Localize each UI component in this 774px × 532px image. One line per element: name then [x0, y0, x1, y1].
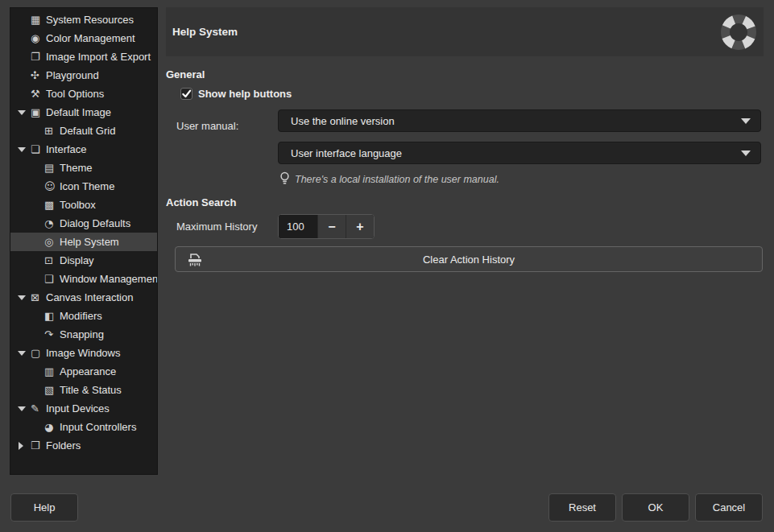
checkbox-checked-icon[interactable]	[180, 88, 192, 100]
sidebar-item-snapping[interactable]: ↷Snapping	[10, 325, 157, 344]
sidebar-item-label: Toolbox	[60, 199, 96, 211]
sidebar-item-image-windows[interactable]: ▢Image Windows	[10, 344, 157, 362]
sidebar-item-color-management[interactable]: ◉Color Management	[10, 29, 157, 47]
sidebar-item-display[interactable]: ⊡Display	[10, 251, 157, 270]
life-ring-icon	[718, 11, 760, 53]
sidebar-item-label: Canvas Interaction	[46, 291, 133, 303]
sidebar-item-label: System Resources	[46, 14, 134, 26]
default-image-icon: ▣	[31, 107, 46, 118]
manual-language-dropdown[interactable]: User interface language	[278, 142, 761, 164]
sidebar-item-help-system[interactable]: ◎Help System	[10, 233, 157, 251]
sidebar-item-label: Display	[60, 254, 94, 266]
plus-icon[interactable]: +	[346, 215, 374, 238]
sidebar-item-label: Playground	[46, 69, 99, 81]
input-controllers-icon: ◕	[44, 422, 60, 432]
page-header: Help System	[166, 7, 764, 56]
reset-button[interactable]: Reset	[548, 493, 616, 522]
sidebar-item-default-grid[interactable]: ⊞Default Grid	[10, 122, 157, 140]
sidebar-item-label: Folders	[46, 439, 81, 452]
sidebar-item-label: Image Import & Export	[46, 51, 151, 63]
lightbulb-icon	[279, 171, 290, 188]
ok-button[interactable]: OK	[622, 493, 689, 522]
page-title: Help System	[172, 26, 238, 38]
clear-action-history-label: Clear Action History	[423, 254, 515, 266]
chevron-down-icon	[741, 151, 751, 156]
appearance-icon: ▥	[44, 366, 60, 377]
sidebar-item-default-image[interactable]: ▣Default Image	[10, 103, 157, 122]
preferences-dialog: ▦System Resources◉Color Management❐Image…	[0, 0, 774, 532]
sidebar-item-playground[interactable]: ✣Playground	[10, 66, 157, 85]
max-history-stepper: − +	[278, 214, 375, 239]
canvas-interaction-icon: ⊠	[31, 292, 46, 303]
sidebar-item-label: Interface	[46, 143, 87, 155]
sidebar-item-appearance[interactable]: ▥Appearance	[10, 362, 157, 381]
tool-options-icon: ⚒	[31, 89, 46, 99]
user-manual-dropdown-value: Use the online version	[291, 115, 741, 127]
display-icon: ⊡	[44, 255, 60, 266]
sidebar-item-label: Theme	[60, 162, 92, 174]
show-help-buttons-checkbox[interactable]: Show help buttons	[180, 88, 292, 100]
minus-icon[interactable]: −	[317, 215, 346, 238]
color-management-icon: ◉	[31, 33, 46, 43]
manual-language-dropdown-value: User interface language	[291, 147, 741, 159]
sidebar-item-theme[interactable]: ▤Theme	[10, 159, 157, 177]
chevron-down-icon[interactable]	[17, 288, 31, 307]
expander-spacer	[17, 66, 31, 85]
sidebar-item-label: Tool Options	[46, 88, 104, 100]
sidebar-item-label: Default Grid	[60, 125, 115, 137]
window-management-icon: ❑	[44, 274, 60, 284]
chevron-down-icon[interactable]	[17, 140, 31, 159]
sidebar-item-canvas-interaction[interactable]: ⊠Canvas Interaction	[10, 288, 157, 307]
action-search-section-label: Action Search	[166, 196, 236, 208]
icon-theme-icon: ☺	[44, 181, 60, 192]
sidebar-item-icon-theme[interactable]: ☺Icon Theme	[10, 177, 157, 196]
sidebar-item-folders[interactable]: ❒Folders	[10, 436, 157, 455]
main-pane: Help System General Show help buttons Us…	[166, 7, 764, 475]
sidebar-item-modifiers[interactable]: ◧Modifiers	[10, 307, 157, 325]
sidebar-item-input-devices[interactable]: ✎Input Devices	[10, 399, 157, 418]
chevron-down-icon[interactable]	[17, 103, 31, 122]
sidebar-item-toolbox[interactable]: ▩Toolbox	[10, 196, 157, 214]
shredder-icon	[186, 253, 204, 270]
sidebar-item-system-resources[interactable]: ▦System Resources	[10, 10, 157, 29]
sidebar-item-window-management[interactable]: ❑Window Management	[10, 270, 157, 288]
expander-spacer	[17, 85, 31, 103]
sidebar-item-label: Appearance	[60, 365, 116, 377]
sidebar-item-label: Default Image	[46, 106, 111, 118]
sidebar-item-tool-options[interactable]: ⚒Tool Options	[10, 85, 157, 103]
image-windows-icon: ▢	[31, 348, 46, 358]
sidebar-item-image-import-export[interactable]: ❐Image Import & Export	[10, 47, 157, 66]
sidebar-item-label: Window Management	[60, 273, 158, 285]
playground-icon: ✣	[31, 70, 46, 80]
sidebar-item-title-status[interactable]: ▧Title & Status	[10, 381, 157, 399]
expander-spacer	[17, 10, 31, 29]
title-status-icon: ▧	[44, 385, 60, 395]
expander-spacer	[17, 47, 31, 66]
sidebar-item-dialog-defaults[interactable]: ◔Dialog Defaults	[10, 214, 157, 233]
show-help-buttons-label: Show help buttons	[198, 88, 292, 100]
settings-tree: ▦System Resources◉Color Management❐Image…	[10, 7, 158, 475]
toolbox-icon: ▩	[44, 200, 60, 210]
sidebar-item-label: Help System	[60, 236, 119, 248]
max-history-input[interactable]	[279, 215, 317, 238]
sidebar-item-label: Input Controllers	[60, 421, 136, 433]
chevron-right-icon[interactable]	[17, 436, 31, 455]
manual-tip-row: There's a local installation of the user…	[279, 171, 499, 188]
interface-icon: ❏	[31, 144, 46, 155]
help-button[interactable]: Help	[10, 493, 78, 522]
image-import-export-icon: ❐	[31, 52, 46, 62]
clear-action-history-button[interactable]: Clear Action History	[175, 246, 763, 272]
sidebar-item-interface[interactable]: ❏Interface	[10, 140, 157, 159]
modifiers-icon: ◧	[44, 311, 60, 321]
chevron-down-icon[interactable]	[17, 344, 31, 362]
dialog-defaults-icon: ◔	[44, 218, 60, 229]
help-system-icon: ◎	[44, 237, 60, 247]
sidebar-item-label: Dialog Defaults	[60, 217, 130, 229]
cancel-button[interactable]: Cancel	[695, 493, 763, 522]
sidebar-item-input-controllers[interactable]: ◕Input Controllers	[10, 418, 157, 436]
chevron-down-icon	[741, 118, 751, 124]
chevron-down-icon[interactable]	[17, 399, 31, 418]
sidebar-item-label: Snapping	[60, 328, 104, 340]
user-manual-dropdown[interactable]: Use the online version	[278, 109, 761, 132]
sidebar-item-label: Modifiers	[60, 310, 102, 322]
